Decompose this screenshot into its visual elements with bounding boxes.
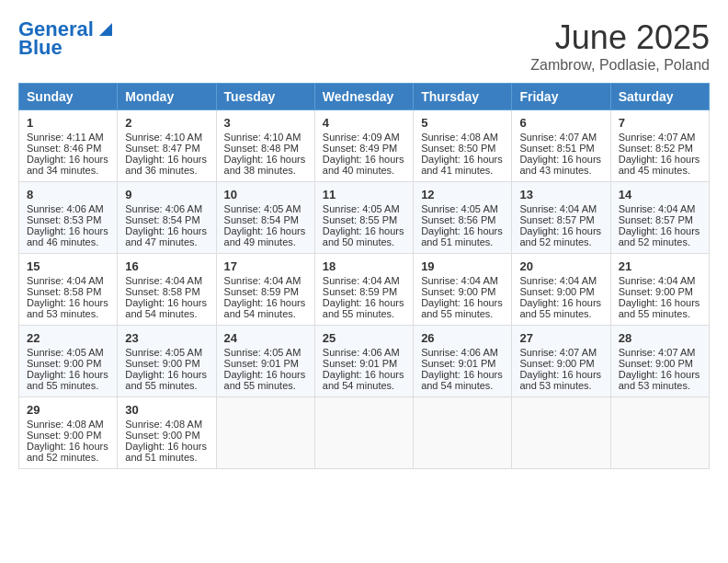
svg-marker-0 xyxy=(99,23,112,36)
daylight-label: Daylight: 16 hours and 54 minutes. xyxy=(224,297,306,319)
sunrise-text: Sunrise: 4:06 AM xyxy=(125,203,202,214)
calendar-cell: 17Sunrise: 4:04 AMSunset: 8:59 PMDayligh… xyxy=(216,254,314,326)
calendar-cell: 13Sunrise: 4:04 AMSunset: 8:57 PMDayligh… xyxy=(512,182,610,254)
day-number: 3 xyxy=(224,116,307,130)
daylight-label: Daylight: 16 hours and 52 minutes. xyxy=(619,225,700,247)
sunrise-text: Sunrise: 4:04 AM xyxy=(519,203,597,214)
daylight-label: Daylight: 16 hours and 54 minutes. xyxy=(421,369,503,391)
sunrise-text: Sunrise: 4:05 AM xyxy=(125,347,202,358)
day-number: 5 xyxy=(421,116,504,130)
day-number: 7 xyxy=(619,116,701,130)
calendar-cell: 8Sunrise: 4:06 AMSunset: 8:53 PMDaylight… xyxy=(19,182,118,254)
sunset-text: Sunset: 8:53 PM xyxy=(27,214,101,225)
sunset-text: Sunset: 8:54 PM xyxy=(125,214,199,225)
calendar-cell: 4Sunrise: 4:09 AMSunset: 8:49 PMDaylight… xyxy=(314,110,413,182)
sunset-text: Sunset: 9:00 PM xyxy=(27,358,101,369)
calendar-cell: 26Sunrise: 4:06 AMSunset: 9:01 PMDayligh… xyxy=(414,326,512,397)
day-number: 8 xyxy=(27,188,109,201)
calendar-table: SundayMondayTuesdayWednesdayThursdayFrid… xyxy=(18,83,710,469)
sunrise-text: Sunrise: 4:05 AM xyxy=(323,203,400,214)
sunrise-text: Sunrise: 4:08 AM xyxy=(27,419,104,430)
calendar-cell: 23Sunrise: 4:05 AMSunset: 9:00 PMDayligh… xyxy=(118,326,216,397)
day-number: 20 xyxy=(519,259,602,273)
page-header: General Blue June 2025 Zambrow, Podlasie… xyxy=(18,18,710,74)
calendar-cell: 6Sunrise: 4:07 AMSunset: 8:51 PMDaylight… xyxy=(512,110,610,182)
sunrise-text: Sunrise: 4:05 AM xyxy=(421,203,498,214)
calendar-cell: 1Sunrise: 4:11 AMSunset: 8:46 PMDaylight… xyxy=(19,110,118,182)
calendar-cell xyxy=(216,397,314,469)
calendar-cell: 24Sunrise: 4:05 AMSunset: 9:01 PMDayligh… xyxy=(216,326,314,397)
calendar-cell xyxy=(314,397,413,469)
daylight-label: Daylight: 16 hours and 55 minutes. xyxy=(224,369,306,391)
daylight-label: Daylight: 16 hours and 55 minutes. xyxy=(323,297,404,319)
sunset-text: Sunset: 8:59 PM xyxy=(323,286,397,297)
daylight-label: Daylight: 16 hours and 38 minutes. xyxy=(224,154,306,176)
day-header-thursday: Thursday xyxy=(414,84,512,110)
daylight-label: Daylight: 16 hours and 43 minutes. xyxy=(519,154,601,176)
calendar-week-row: 8Sunrise: 4:06 AMSunset: 8:53 PMDaylight… xyxy=(19,182,710,254)
logo-text-line2: Blue xyxy=(18,37,63,59)
daylight-label: Daylight: 16 hours and 51 minutes. xyxy=(125,441,207,463)
daylight-label: Daylight: 16 hours and 55 minutes. xyxy=(125,369,207,391)
daylight-label: Daylight: 16 hours and 50 minutes. xyxy=(323,225,404,247)
sunset-text: Sunset: 9:00 PM xyxy=(619,286,693,297)
calendar-header-row: SundayMondayTuesdayWednesdayThursdayFrid… xyxy=(19,84,710,110)
daylight-label: Daylight: 16 hours and 55 minutes. xyxy=(519,297,601,319)
location-subtitle: Zambrow, Podlasie, Poland xyxy=(530,57,710,74)
calendar-cell: 5Sunrise: 4:08 AMSunset: 8:50 PMDaylight… xyxy=(414,110,512,182)
sunrise-text: Sunrise: 4:04 AM xyxy=(619,203,696,214)
sunset-text: Sunset: 8:48 PM xyxy=(224,143,299,154)
calendar-cell: 2Sunrise: 4:10 AMSunset: 8:47 PMDaylight… xyxy=(118,110,216,182)
day-number: 13 xyxy=(519,188,602,201)
sunset-text: Sunset: 8:59 PM xyxy=(224,286,299,297)
calendar-cell: 3Sunrise: 4:10 AMSunset: 8:48 PMDaylight… xyxy=(216,110,314,182)
daylight-label: Daylight: 16 hours and 34 minutes. xyxy=(27,154,108,176)
calendar-cell: 9Sunrise: 4:06 AMSunset: 8:54 PMDaylight… xyxy=(118,182,216,254)
daylight-label: Daylight: 16 hours and 53 minutes. xyxy=(27,297,108,319)
calendar-cell: 21Sunrise: 4:04 AMSunset: 9:00 PMDayligh… xyxy=(610,254,709,326)
day-number: 10 xyxy=(224,188,307,201)
day-number: 26 xyxy=(421,331,504,345)
calendar-cell: 29Sunrise: 4:08 AMSunset: 9:00 PMDayligh… xyxy=(19,397,118,469)
day-number: 16 xyxy=(125,259,208,273)
sunrise-text: Sunrise: 4:09 AM xyxy=(323,132,400,143)
sunrise-text: Sunrise: 4:06 AM xyxy=(323,347,400,358)
day-number: 30 xyxy=(125,403,208,417)
calendar-cell xyxy=(512,397,610,469)
day-number: 17 xyxy=(224,259,307,273)
calendar-cell: 27Sunrise: 4:07 AMSunset: 9:00 PMDayligh… xyxy=(512,326,610,397)
sunset-text: Sunset: 9:00 PM xyxy=(519,358,594,369)
daylight-label: Daylight: 16 hours and 45 minutes. xyxy=(619,154,700,176)
day-number: 23 xyxy=(125,331,208,345)
calendar-week-row: 22Sunrise: 4:05 AMSunset: 9:00 PMDayligh… xyxy=(19,326,710,397)
day-number: 25 xyxy=(323,331,405,345)
sunrise-text: Sunrise: 4:07 AM xyxy=(519,347,597,358)
calendar-cell: 10Sunrise: 4:05 AMSunset: 8:54 PMDayligh… xyxy=(216,182,314,254)
sunset-text: Sunset: 8:46 PM xyxy=(27,143,101,154)
sunrise-text: Sunrise: 4:06 AM xyxy=(421,347,498,358)
daylight-label: Daylight: 16 hours and 55 minutes. xyxy=(27,369,108,391)
sunset-text: Sunset: 9:00 PM xyxy=(125,358,199,369)
sunset-text: Sunset: 8:47 PM xyxy=(125,143,199,154)
sunrise-text: Sunrise: 4:04 AM xyxy=(323,275,400,286)
calendar-cell: 25Sunrise: 4:06 AMSunset: 9:01 PMDayligh… xyxy=(314,326,413,397)
calendar-cell: 22Sunrise: 4:05 AMSunset: 9:00 PMDayligh… xyxy=(19,326,118,397)
sunset-text: Sunset: 9:00 PM xyxy=(619,358,693,369)
sunset-text: Sunset: 8:57 PM xyxy=(619,214,693,225)
daylight-label: Daylight: 16 hours and 51 minutes. xyxy=(421,225,503,247)
sunrise-text: Sunrise: 4:08 AM xyxy=(421,132,498,143)
sunrise-text: Sunrise: 4:07 AM xyxy=(619,347,696,358)
day-number: 4 xyxy=(323,116,405,130)
daylight-label: Daylight: 16 hours and 53 minutes. xyxy=(519,369,601,391)
sunrise-text: Sunrise: 4:04 AM xyxy=(27,275,104,286)
daylight-label: Daylight: 16 hours and 46 minutes. xyxy=(27,225,108,247)
sunset-text: Sunset: 9:00 PM xyxy=(125,430,199,441)
sunset-text: Sunset: 8:57 PM xyxy=(519,214,594,225)
sunset-text: Sunset: 8:58 PM xyxy=(125,286,199,297)
daylight-label: Daylight: 16 hours and 53 minutes. xyxy=(619,369,700,391)
calendar-cell: 11Sunrise: 4:05 AMSunset: 8:55 PMDayligh… xyxy=(314,182,413,254)
sunrise-text: Sunrise: 4:04 AM xyxy=(519,275,597,286)
day-number: 22 xyxy=(27,331,109,345)
calendar-cell: 20Sunrise: 4:04 AMSunset: 9:00 PMDayligh… xyxy=(512,254,610,326)
sunset-text: Sunset: 9:01 PM xyxy=(421,358,495,369)
